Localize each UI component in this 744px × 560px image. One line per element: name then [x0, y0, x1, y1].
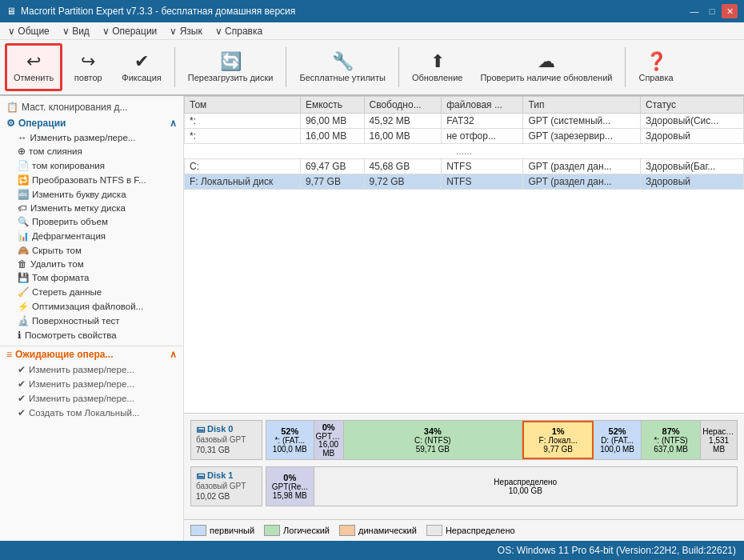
toolbar-separator-4 — [625, 47, 626, 87]
update-button[interactable]: ⬆ Обновление — [404, 43, 471, 91]
partition-table: Том Емкость Свободно... файловая ... Тип… — [184, 96, 744, 413]
minimize-button[interactable]: — — [686, 4, 702, 18]
table-row[interactable]: C:69,47 GB45,68 GBNTFSGPT (раздел дан...… — [185, 159, 744, 174]
utilities-button[interactable]: 🔧 Бесплатные утилиты — [291, 43, 393, 91]
pending-item-1[interactable]: ✔ Изменить размер/пере... — [0, 362, 183, 377]
partition-block[interactable]: 1%F: Локал...9,77 GB — [522, 421, 594, 459]
col-volume: Том — [185, 97, 301, 114]
help-button[interactable]: ❓ Справка — [630, 43, 681, 91]
disk-row: 🖴 Disk 1базовый GPT10,02 GB0%GPT(Re...15… — [190, 466, 738, 506]
partition-block[interactable]: 87%*: (NTFS)637,0 MB — [642, 421, 701, 459]
sidebar-wipe[interactable]: 🧹 Стереть данные — [0, 285, 183, 299]
partition-block[interactable]: 0%GPT(Re...16,00 MB — [314, 421, 344, 459]
sidebar-convert-ntfs[interactable]: 🔁 Преобразовать NTFS в F... — [0, 173, 183, 187]
close-button[interactable]: ✕ — [722, 4, 738, 18]
utilities-label: Бесплатные утилиты — [299, 73, 385, 82]
partition-block[interactable]: Нерасп...1,531 MB — [701, 421, 737, 459]
disk-size: 10,02 GB — [196, 492, 257, 501]
menu-obshie[interactable]: ∨ Общие — [3, 25, 54, 38]
sidebar-resize[interactable]: ↔ Изменить размер/пере... — [0, 131, 183, 144]
check-updates-button[interactable]: ☁ Проверить наличие обновлений — [472, 43, 620, 91]
pending-item-4[interactable]: ✔ Создать том Локальный... — [0, 406, 183, 420]
legend-primary-label: первичный — [210, 526, 254, 535]
pending-item-3[interactable]: ✔ Изменить размер/пере... — [0, 391, 183, 406]
partition-size: 59,71 GB — [416, 445, 450, 454]
fix-label: Фиксация — [122, 73, 161, 82]
partition-size: 100,0 MB — [600, 445, 634, 454]
partition-block[interactable]: 34%C: (NTFS)59,71 GB — [344, 421, 522, 459]
sidebar-merge[interactable]: ⊕ том слияния — [0, 144, 183, 158]
legend-unallocated: Нераспределено — [426, 525, 515, 536]
sidebar-operations-header[interactable]: ⚙ Операции ∧ — [0, 115, 183, 131]
fix-button[interactable]: ✔ Фиксация — [114, 43, 169, 91]
partition-name: Нераспределено — [494, 478, 557, 486]
fix-icon: ✔ — [134, 53, 149, 70]
table-row[interactable]: *:96,00 MB45,92 MBFAT32GPT (системный...… — [185, 114, 744, 129]
partition-block[interactable]: 0%GPT(Re...15,98 MB — [266, 467, 314, 506]
merge-label: том слияния — [29, 146, 82, 156]
pending-label-3: Изменить размер/пере... — [29, 394, 134, 403]
table-row[interactable]: *:16,00 MB16,00 MBне отфор...GPT (зарезе… — [185, 129, 744, 144]
menu-operations[interactable]: ∨ Операции — [98, 25, 162, 38]
copy-icon: 📄 — [18, 160, 29, 171]
master-clone-label: Маст. клонирования д... — [22, 102, 128, 113]
wipe-label: Стереть данные — [32, 287, 102, 297]
sidebar-change-letter[interactable]: 🔤 Изменить букву диска — [0, 187, 183, 202]
col-status: Статус — [640, 97, 743, 114]
sidebar-change-label[interactable]: 🏷 Изменить метку диска — [0, 202, 183, 214]
sidebar-hide[interactable]: 🙈 Скрыть том — [0, 243, 183, 258]
redo-icon: ↪ — [81, 53, 95, 70]
sidebar-master-clone[interactable]: 📋 Маст. клонирования д... — [0, 99, 183, 115]
content-area: Том Емкость Свободно... файловая ... Тип… — [184, 96, 744, 541]
partition-name: GPT(Re... — [272, 482, 308, 491]
delete-label: Удалить том — [30, 259, 84, 269]
pending-check-1: ✔ — [18, 364, 26, 375]
legend-primary-color — [190, 525, 206, 536]
check-label: Проверить объем — [32, 217, 108, 226]
sidebar-format[interactable]: 💾 Том формата — [0, 270, 183, 285]
optimize-icon: ⚡ — [18, 301, 29, 312]
label-icon: 🏷 — [18, 203, 27, 213]
sidebar-properties[interactable]: ℹ Посмотреть свойства — [0, 328, 183, 342]
redo-label: повтор — [74, 73, 102, 82]
status-bar: OS: Windows 11 Pro 64-bit (Version:22H2,… — [0, 541, 744, 560]
pending-item-2[interactable]: ✔ Изменить размер/пере... — [0, 377, 183, 391]
menu-help[interactable]: ∨ Справка — [210, 25, 267, 38]
partition-size: 100,0 MB — [273, 445, 307, 454]
partition-block[interactable]: 52%D: (FAT...100,0 MB — [594, 421, 642, 459]
partition-size: 16,00 MB — [316, 440, 342, 458]
pending-collapse-icon: ∧ — [170, 349, 177, 360]
partition-block[interactable]: Нераспределено10,00 GB — [314, 467, 737, 506]
letter-icon: 🔤 — [18, 189, 29, 200]
restore-button[interactable]: □ — [704, 4, 720, 18]
reload-button[interactable]: 🔄 Перезагрузить диски — [180, 43, 282, 91]
sidebar-defrag[interactable]: 📊 Дефрагментация — [0, 229, 183, 243]
sidebar-check-volume[interactable]: 🔍 Проверить объем — [0, 214, 183, 229]
table-row[interactable]: F: Локальный диск9,77 GB9,72 GBNTFSGPT (… — [185, 174, 744, 190]
legend: первичный Логический динамический Нерасп… — [184, 519, 744, 541]
hide-icon: 🙈 — [18, 245, 29, 256]
surface-icon: 🔬 — [18, 315, 29, 326]
sidebar-optimize[interactable]: ⚡ Оптимизация файловой... — [0, 299, 183, 314]
partition-size: 9,77 GB — [543, 445, 573, 454]
disk-partitions: 52%*: (FAT...100,0 MB0%GPT(Re...16,00 MB… — [266, 420, 738, 460]
partition-size: 10,00 GB — [509, 486, 542, 495]
hide-label: Скрыть том — [32, 246, 82, 255]
sidebar-surface[interactable]: 🔬 Поверхностный тест — [0, 314, 183, 328]
convert-icon: 🔁 — [18, 174, 29, 186]
disk-map: 🖴 Disk 0базовый GPT70,31 GB52%*: (FAT...… — [184, 413, 744, 519]
sidebar-copy[interactable]: 📄 том копирования — [0, 158, 183, 173]
disk-name: 🖴 Disk 1 — [196, 470, 257, 480]
operations-label: Операции — [18, 118, 66, 129]
clone-icon: 📋 — [6, 102, 18, 113]
partition-pct: 0% — [322, 422, 335, 432]
partition-block[interactable]: 52%*: (FAT...100,0 MB — [266, 421, 314, 459]
sidebar-pending-header[interactable]: ≡ Ожидающие опера... ∧ — [0, 346, 183, 362]
reload-icon: 🔄 — [220, 53, 242, 70]
sidebar-delete[interactable]: 🗑 Удалить том — [0, 258, 183, 270]
menu-vid[interactable]: ∨ Вид — [58, 25, 94, 38]
undo-button[interactable]: ↩ Отменить — [5, 43, 62, 91]
redo-button[interactable]: ↪ повтор — [64, 43, 112, 91]
partition-name: F: Локал... — [539, 436, 578, 445]
menu-lang[interactable]: ∨ Язык — [165, 25, 206, 38]
